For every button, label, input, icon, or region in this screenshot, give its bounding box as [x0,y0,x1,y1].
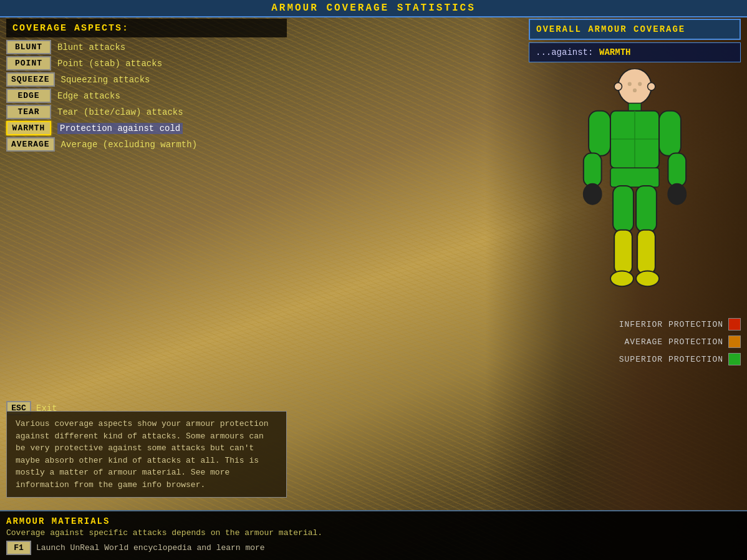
description-text: Various coverage aspects show your armou… [16,418,277,491]
legend-color-box [728,353,741,365]
footer-title: ARMOUR MATERIALS [6,516,741,526]
svg-point-0 [618,69,651,105]
legend-label: AVERAGE PROTECTION [625,337,723,347]
coverage-item-edge: EDGEEdge attacks [6,89,287,103]
against-box: ...against: WARMTH [529,42,741,62]
svg-rect-18 [636,186,657,232]
coverage-item-tear: TEARTear (bite/claw) attacks [6,105,287,119]
legend-color-box [728,336,741,348]
coverage-btn-blunt[interactable]: BLUNT [6,40,51,54]
title-text: ARMOUR COVERAGE STATISTICS [271,2,476,14]
svg-rect-16 [610,168,659,187]
svg-rect-10 [589,111,610,156]
coverage-desc-warmth: Protection against cold [57,123,183,134]
svg-rect-11 [659,111,681,156]
svg-point-3 [628,82,632,86]
footer-description: Coverage against specific attacks depend… [6,528,741,538]
body-figure [529,69,741,306]
f1-label: Launch UnReal World encyclopedia and lea… [36,543,265,553]
svg-rect-17 [613,186,634,232]
coverage-aspects-header: COVERAGE ASPECTS: [6,19,287,37]
svg-point-14 [584,184,602,205]
legend-color-box [728,318,741,331]
coverage-items-list: BLUNTBlunt attacksPOINTPoint (stab) atta… [6,40,287,152]
legend-label: SUPERIOR PROTECTION [619,355,723,364]
legend: INFERIOR PROTECTIONAVERAGE PROTECTIONSUP… [529,318,741,365]
description-box: Various coverage aspects show your armou… [6,411,287,498]
svg-point-15 [668,184,686,205]
svg-rect-19 [614,230,632,274]
body-svg [566,69,703,306]
footer-bar: ARMOUR MATERIALS Coverage against specif… [0,510,747,560]
coverage-desc-blunt: Blunt attacks [57,42,125,52]
svg-point-22 [636,271,659,287]
coverage-item-blunt: BLUNTBlunt attacks [6,40,287,54]
coverage-desc-tear: Tear (bite/claw) attacks [57,107,183,117]
legend-item-average-protection: AVERAGE PROTECTION [529,336,741,348]
coverage-btn-edge[interactable]: EDGE [6,89,51,103]
title-bar: ARMOUR COVERAGE STATISTICS [0,0,747,17]
svg-point-21 [610,271,634,287]
against-label: ...against: [536,47,593,57]
coverage-item-point: POINTPoint (stab) attacks [6,56,287,70]
right-panel: OVERALL ARMOUR COVERAGE ...against: WARM… [529,19,741,365]
coverage-btn-squeeze[interactable]: SQUEEZE [6,72,55,87]
coverage-btn-tear[interactable]: TEAR [6,105,51,119]
coverage-btn-average[interactable]: AVERAGE [6,137,55,152]
f1-button[interactable]: F1 [6,541,31,555]
legend-item-inferior-protection: INFERIOR PROTECTION [529,318,741,331]
coverage-desc-squeeze: Squeezing attacks [61,75,150,85]
svg-point-4 [638,82,642,86]
svg-rect-13 [668,153,686,186]
coverage-btn-point[interactable]: POINT [6,56,51,70]
svg-point-2 [648,83,655,90]
coverage-desc-point: Point (stab) attacks [57,59,162,69]
left-panel: COVERAGE ASPECTS: BLUNTBlunt attacksPOIN… [6,19,287,153]
coverage-desc-edge: Edge attacks [57,91,120,101]
svg-point-1 [614,83,622,90]
overall-coverage-header: OVERALL ARMOUR COVERAGE [529,19,741,40]
svg-point-5 [633,89,637,92]
svg-rect-20 [637,230,655,274]
legend-item-superior-protection: SUPERIOR PROTECTION [529,353,741,365]
coverage-item-average: AVERAGEAverage (excluding warmth) [6,137,287,152]
coverage-item-warmth: WARMTHProtection against cold [6,121,287,135]
svg-rect-12 [584,153,602,186]
coverage-desc-average: Average (excluding warmth) [61,140,197,150]
legend-label: INFERIOR PROTECTION [619,320,723,329]
against-value: WARMTH [599,47,630,57]
coverage-item-squeeze: SQUEEZESqueezing attacks [6,72,287,87]
coverage-btn-warmth[interactable]: WARMTH [6,121,51,135]
